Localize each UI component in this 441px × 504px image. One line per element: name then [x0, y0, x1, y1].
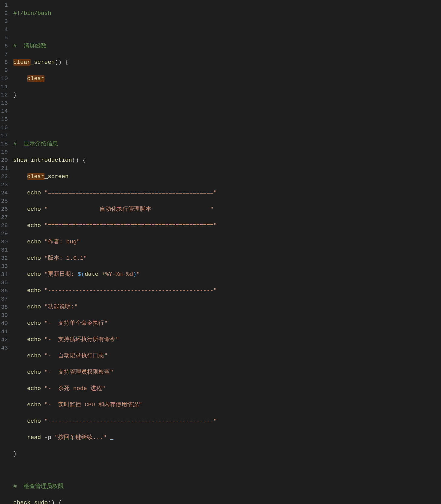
line-number: 18 — [0, 140, 10, 148]
string: "按回车键继续..." — [55, 434, 107, 441]
line-number: 1 — [0, 1, 10, 9]
line-number: 26 — [0, 205, 10, 213]
line-number: 40 — [0, 320, 10, 328]
line-number: 19 — [0, 148, 10, 156]
flag: -p — [41, 434, 55, 441]
string: "更新日期: — [44, 271, 78, 278]
line-number: 12 — [0, 91, 10, 99]
command: echo — [27, 271, 41, 278]
command: echo — [27, 255, 41, 262]
comment: # 清屏函数 — [13, 43, 47, 49]
command: _screen — [44, 173, 69, 180]
string: "---------------------------------------… — [44, 287, 217, 294]
string: "=======================================… — [44, 222, 217, 229]
string: "- 支持循环执行所有命令" — [44, 336, 119, 343]
command: echo — [27, 418, 41, 424]
func-name: show_introduction — [13, 157, 72, 164]
line-number: 3 — [0, 18, 10, 26]
command: echo — [27, 353, 41, 359]
line-number: 20 — [0, 156, 10, 164]
line-number-gutter: 1234567891011121314151617181920212223242… — [0, 0, 10, 504]
command: read — [27, 434, 41, 441]
line-number: 7 — [0, 50, 10, 58]
command: echo — [27, 385, 41, 392]
line-number: 29 — [0, 230, 10, 238]
code-editor: 1234567891011121314151617181920212223242… — [0, 0, 441, 504]
line-number: 10 — [0, 75, 10, 83]
line-number: 34 — [0, 271, 10, 279]
code-content[interactable]: #!/bin/bash # 清屏函数 clear_screen() { clea… — [10, 0, 441, 504]
line-number: 8 — [0, 58, 10, 67]
line-number: 13 — [0, 99, 10, 107]
string: "=======================================… — [44, 190, 217, 196]
line-number: 21 — [0, 164, 10, 173]
punct: () { — [72, 157, 86, 164]
string: "功能说明:" — [44, 304, 78, 310]
command: echo — [27, 369, 41, 376]
string: "---------------------------------------… — [44, 418, 217, 424]
command: echo — [27, 336, 41, 343]
string: "- 支持单个命令执行" — [44, 320, 108, 327]
func-name: check_sudo — [13, 499, 48, 504]
line-number: 43 — [0, 344, 10, 352]
line-number: 5 — [0, 34, 10, 42]
line-number: 36 — [0, 287, 10, 295]
line-number: 17 — [0, 132, 10, 140]
line-number: 9 — [0, 67, 10, 75]
punct: () { — [55, 59, 69, 66]
command: date — [85, 271, 99, 278]
string: "作者: bug" — [44, 239, 80, 245]
line-number: 4 — [0, 26, 10, 34]
line-number: 23 — [0, 181, 10, 189]
line-number: 6 — [0, 42, 10, 50]
command: echo — [27, 287, 41, 294]
brace: } — [13, 450, 17, 457]
line-number: 14 — [0, 107, 10, 115]
command: echo — [27, 206, 41, 213]
subshell-close: ) — [133, 271, 136, 278]
line-number: 11 — [0, 83, 10, 91]
string: "- 自动记录执行日志" — [44, 353, 108, 359]
line-number: 15 — [0, 115, 10, 124]
string: "- 支持管理员权限检查" — [44, 369, 114, 376]
string: +%Y-%m-%d — [98, 271, 133, 278]
line-number: 2 — [0, 9, 10, 18]
comment: # 检查管理员权限 — [13, 483, 64, 490]
line-number: 42 — [0, 336, 10, 344]
line-number: 30 — [0, 238, 10, 246]
line-number: 22 — [0, 173, 10, 181]
line-number: 25 — [0, 197, 10, 205]
string: "- 杀死 node 进程" — [44, 385, 105, 392]
command: echo — [27, 402, 41, 408]
line-number: 31 — [0, 246, 10, 254]
comment: # 显示介绍信息 — [13, 141, 58, 147]
line-number: 32 — [0, 254, 10, 262]
line-number: 41 — [0, 328, 10, 336]
command: clear — [27, 75, 44, 82]
line-number: 24 — [0, 189, 10, 197]
subshell-open: $( — [78, 271, 85, 278]
line-number: 38 — [0, 303, 10, 311]
string: " — [137, 271, 140, 278]
func-name: _screen — [31, 59, 55, 66]
string: " 自动化执行管理脚本 " — [44, 206, 214, 213]
shebang: #!/bin/bash — [13, 10, 51, 17]
command: echo — [27, 320, 41, 327]
punct: () { — [48, 499, 62, 504]
line-number: 16 — [0, 124, 10, 132]
line-number: 28 — [0, 222, 10, 230]
variable: _ — [107, 434, 114, 441]
func-name: clear — [13, 59, 31, 66]
command: echo — [27, 304, 41, 310]
string: "版本: 1.0.1" — [44, 255, 87, 262]
command: echo — [27, 190, 41, 196]
line-number: 37 — [0, 295, 10, 303]
brace: } — [13, 92, 17, 98]
string: "- 实时监控 CPU 和内存使用情况" — [44, 402, 142, 408]
line-number: 35 — [0, 279, 10, 287]
command: clear — [27, 173, 44, 180]
command: echo — [27, 222, 41, 229]
line-number: 27 — [0, 213, 10, 222]
line-number: 33 — [0, 262, 10, 271]
command: echo — [27, 239, 41, 245]
